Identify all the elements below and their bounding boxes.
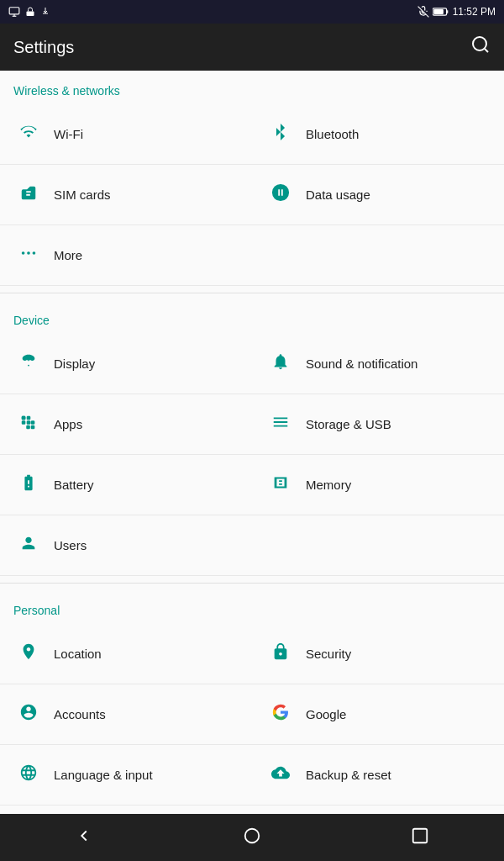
svg-rect-16 <box>413 828 428 843</box>
recent-button[interactable] <box>394 820 446 856</box>
bluetooth-label: Bluetooth <box>306 127 359 141</box>
settings-item-backup[interactable]: Backup & reset <box>252 745 504 806</box>
personal-grid: Location Security Accounts <box>0 624 504 806</box>
svg-point-12 <box>27 251 30 255</box>
settings-item-bluetooth[interactable]: Bluetooth <box>252 104 504 165</box>
settings-item-users[interactable]: Users <box>0 515 504 576</box>
sim-label: SIM cards <box>54 188 111 202</box>
language-label: Language & input <box>54 768 153 782</box>
memory-label: Memory <box>306 478 351 492</box>
settings-item-memory[interactable]: Memory <box>252 455 504 515</box>
back-button[interactable] <box>58 820 110 856</box>
settings-content: Wireless & networks Wi-Fi Bluetooth <box>0 71 504 814</box>
users-label: Users <box>54 538 87 552</box>
google-label: Google <box>306 707 346 721</box>
mute-icon <box>417 6 429 18</box>
divider-1 <box>0 293 504 293</box>
status-bar: 11:52 PM <box>0 0 504 24</box>
divider-2 <box>0 583 504 584</box>
location-label: Location <box>54 647 102 661</box>
battery-settings-icon <box>13 473 44 497</box>
section-wireless: Wireless & networks Wi-Fi Bluetooth <box>0 71 504 286</box>
apps-icon <box>13 413 44 436</box>
battery-label: Battery <box>54 478 94 492</box>
settings-item-sound[interactable]: Sound & notification <box>252 334 504 394</box>
svg-rect-3 <box>27 12 34 17</box>
usb-icon <box>40 6 50 18</box>
google-icon <box>265 703 296 726</box>
status-time: 11:52 PM <box>453 6 496 18</box>
section-personal: Personal Location Security <box>0 590 504 806</box>
svg-rect-6 <box>433 9 444 14</box>
lock-icon <box>25 6 35 18</box>
section-header-personal: Personal <box>0 590 504 624</box>
display-icon <box>13 352 44 376</box>
display-label: Display <box>54 357 95 371</box>
svg-rect-0 <box>9 8 19 14</box>
settings-item-language[interactable]: Language & input <box>0 745 252 806</box>
wireless-grid: Wi-Fi Bluetooth SIM cards <box>0 104 504 286</box>
app-bar-title: Settings <box>13 38 74 57</box>
home-button[interactable] <box>226 820 278 856</box>
settings-item-sim[interactable]: SIM cards <box>0 165 252 225</box>
security-icon <box>265 642 296 666</box>
settings-item-apps[interactable]: Apps <box>0 394 252 455</box>
status-icons <box>8 6 50 18</box>
svg-point-14 <box>28 364 29 366</box>
users-icon <box>13 534 44 557</box>
device-grid: Display Sound & notification Apps <box>0 334 504 576</box>
section-header-wireless: Wireless & networks <box>0 71 504 104</box>
more-icon <box>13 244 44 267</box>
settings-item-display[interactable]: Display <box>0 334 252 394</box>
sound-label: Sound & notification <box>306 357 417 371</box>
security-label: Security <box>306 647 351 661</box>
svg-point-15 <box>245 828 260 843</box>
accounts-icon <box>13 703 44 726</box>
settings-item-more[interactable]: More <box>0 225 504 286</box>
memory-icon <box>265 473 296 497</box>
sim-icon <box>13 183 44 207</box>
svg-point-8 <box>473 37 486 50</box>
storage-label: Storage & USB <box>306 417 391 431</box>
apps-label: Apps <box>54 417 82 431</box>
svg-point-11 <box>22 251 25 255</box>
search-button[interactable] <box>470 34 491 60</box>
settings-item-location[interactable]: Location <box>0 624 252 684</box>
screen-icon <box>8 6 20 18</box>
sound-icon <box>265 352 296 376</box>
bluetooth-icon <box>265 123 296 146</box>
data-usage-icon <box>265 183 296 207</box>
battery-icon <box>433 7 449 17</box>
section-device: Device Display Sound & notification <box>0 300 504 576</box>
settings-item-data-usage[interactable]: Data usage <box>252 165 504 225</box>
storage-icon <box>265 413 296 436</box>
backup-label: Backup & reset <box>306 768 391 782</box>
wifi-icon <box>13 123 44 146</box>
settings-item-battery[interactable]: Battery <box>0 455 252 515</box>
svg-point-13 <box>33 251 36 255</box>
status-right: 11:52 PM <box>417 6 496 18</box>
settings-item-accounts[interactable]: Accounts <box>0 684 252 745</box>
section-header-device: Device <box>0 300 504 334</box>
data-usage-label: Data usage <box>306 188 370 202</box>
location-icon <box>13 642 44 666</box>
settings-item-security[interactable]: Security <box>252 624 504 684</box>
backup-icon <box>265 763 296 787</box>
bottom-nav <box>0 814 504 861</box>
settings-item-google[interactable]: Google <box>252 684 504 745</box>
settings-item-storage[interactable]: Storage & USB <box>252 394 504 455</box>
svg-line-9 <box>485 49 488 52</box>
settings-item-wifi[interactable]: Wi-Fi <box>0 104 252 165</box>
language-icon <box>13 763 44 787</box>
accounts-label: Accounts <box>54 707 106 721</box>
more-label: More <box>54 248 82 262</box>
wifi-label: Wi-Fi <box>54 127 83 141</box>
app-bar: Settings <box>0 24 504 71</box>
